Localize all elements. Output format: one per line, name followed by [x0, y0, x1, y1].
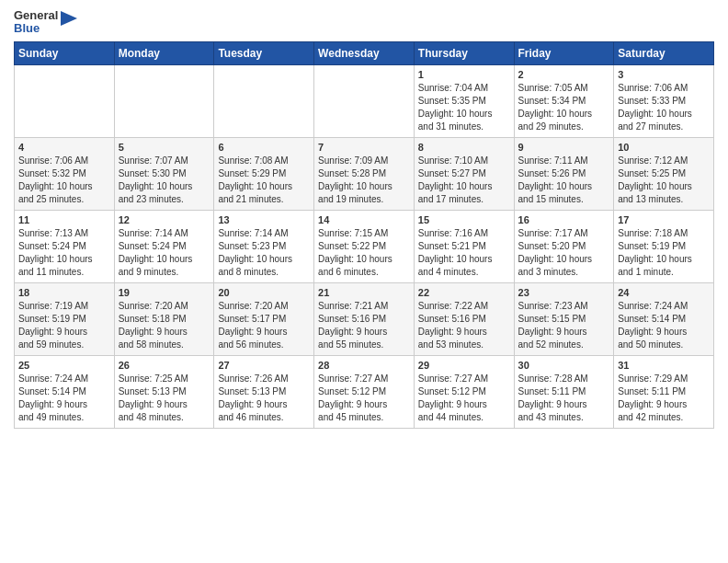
day-info: Sunrise: 7:10 AMSunset: 5:27 PMDaylight:… [418, 155, 510, 206]
calendar-cell: 21Sunrise: 7:21 AMSunset: 5:16 PMDayligh… [314, 282, 415, 355]
day-info: Sunrise: 7:19 AMSunset: 5:19 PMDaylight:… [18, 300, 110, 351]
day-info: Sunrise: 7:21 AMSunset: 5:16 PMDaylight:… [318, 300, 410, 351]
day-info: Sunrise: 7:05 AMSunset: 5:34 PMDaylight:… [518, 82, 610, 133]
svg-marker-0 [61, 11, 77, 26]
day-number: 13 [218, 214, 310, 225]
calendar-cell: 30Sunrise: 7:28 AMSunset: 5:11 PMDayligh… [514, 355, 614, 428]
day-info: Sunrise: 7:08 AMSunset: 5:29 PMDaylight:… [218, 155, 310, 206]
day-info: Sunrise: 7:13 AMSunset: 5:24 PMDaylight:… [18, 227, 110, 279]
calendar-cell: 14Sunrise: 7:15 AMSunset: 5:22 PMDayligh… [314, 210, 415, 282]
day-number: 26 [119, 360, 210, 371]
day-number: 30 [518, 360, 610, 371]
weekday-header-friday: Friday [514, 41, 614, 64]
day-number: 18 [18, 287, 110, 298]
day-info: Sunrise: 7:26 AMSunset: 5:13 PMDaylight:… [218, 373, 310, 424]
calendar-cell: 29Sunrise: 7:27 AMSunset: 5:12 PMDayligh… [414, 355, 514, 428]
logo: General Blue [14, 9, 77, 36]
day-number: 22 [418, 287, 510, 298]
calendar-cell: 5Sunrise: 7:07 AMSunset: 5:30 PMDaylight… [114, 137, 214, 210]
calendar-cell [114, 64, 214, 137]
calendar-cell: 28Sunrise: 7:27 AMSunset: 5:12 PMDayligh… [314, 355, 415, 428]
day-info: Sunrise: 7:17 AMSunset: 5:20 PMDaylight:… [518, 227, 610, 279]
day-info: Sunrise: 7:12 AMSunset: 5:25 PMDaylight:… [618, 155, 710, 206]
day-info: Sunrise: 7:14 AMSunset: 5:24 PMDaylight:… [119, 227, 210, 279]
day-number: 3 [618, 69, 710, 80]
day-number: 19 [119, 287, 210, 298]
weekday-header-thursday: Thursday [414, 41, 514, 64]
calendar-cell: 11Sunrise: 7:13 AMSunset: 5:24 PMDayligh… [15, 210, 115, 282]
calendar-week-row: 1Sunrise: 7:04 AMSunset: 5:35 PMDaylight… [15, 64, 714, 137]
calendar-cell: 12Sunrise: 7:14 AMSunset: 5:24 PMDayligh… [114, 210, 214, 282]
logo-general: General [14, 9, 58, 22]
calendar-cell: 6Sunrise: 7:08 AMSunset: 5:29 PMDaylight… [214, 137, 314, 210]
day-info: Sunrise: 7:23 AMSunset: 5:15 PMDaylight:… [518, 300, 610, 351]
calendar-cell: 13Sunrise: 7:14 AMSunset: 5:23 PMDayligh… [214, 210, 314, 282]
day-info: Sunrise: 7:27 AMSunset: 5:12 PMDaylight:… [418, 373, 510, 424]
day-info: Sunrise: 7:15 AMSunset: 5:22 PMDaylight:… [318, 227, 410, 279]
calendar-cell: 19Sunrise: 7:20 AMSunset: 5:18 PMDayligh… [114, 282, 214, 355]
page-container: General Blue SundayMondayTuesdayWednesda… [0, 0, 728, 438]
day-number: 21 [318, 287, 410, 298]
calendar-week-row: 25Sunrise: 7:24 AMSunset: 5:14 PMDayligh… [15, 355, 714, 428]
day-info: Sunrise: 7:04 AMSunset: 5:35 PMDaylight:… [418, 82, 510, 133]
calendar-cell: 24Sunrise: 7:24 AMSunset: 5:14 PMDayligh… [614, 282, 714, 355]
day-info: Sunrise: 7:25 AMSunset: 5:13 PMDaylight:… [119, 373, 210, 424]
calendar-table: SundayMondayTuesdayWednesdayThursdayFrid… [14, 41, 714, 429]
weekday-header-wednesday: Wednesday [314, 41, 415, 64]
calendar-cell [314, 64, 415, 137]
day-number: 31 [618, 360, 710, 371]
calendar-cell: 7Sunrise: 7:09 AMSunset: 5:28 PMDaylight… [314, 137, 415, 210]
weekday-header-tuesday: Tuesday [214, 41, 314, 64]
day-info: Sunrise: 7:14 AMSunset: 5:23 PMDaylight:… [218, 227, 310, 279]
day-number: 25 [18, 360, 110, 371]
day-number: 6 [218, 142, 310, 153]
day-info: Sunrise: 7:20 AMSunset: 5:18 PMDaylight:… [119, 300, 210, 351]
day-info: Sunrise: 7:24 AMSunset: 5:14 PMDaylight:… [18, 373, 110, 424]
day-number: 7 [318, 142, 410, 153]
calendar-cell: 1Sunrise: 7:04 AMSunset: 5:35 PMDaylight… [414, 64, 514, 137]
day-number: 14 [318, 214, 410, 225]
calendar-cell: 23Sunrise: 7:23 AMSunset: 5:15 PMDayligh… [514, 282, 614, 355]
day-info: Sunrise: 7:27 AMSunset: 5:12 PMDaylight:… [318, 373, 410, 424]
calendar-cell: 17Sunrise: 7:18 AMSunset: 5:19 PMDayligh… [614, 210, 714, 282]
day-number: 2 [518, 69, 610, 80]
day-number: 8 [418, 142, 510, 153]
calendar-cell: 9Sunrise: 7:11 AMSunset: 5:26 PMDaylight… [514, 137, 614, 210]
day-number: 4 [18, 142, 110, 153]
day-info: Sunrise: 7:22 AMSunset: 5:16 PMDaylight:… [418, 300, 510, 351]
calendar-cell: 18Sunrise: 7:19 AMSunset: 5:19 PMDayligh… [15, 282, 115, 355]
day-number: 16 [518, 214, 610, 225]
day-number: 12 [119, 214, 210, 225]
day-info: Sunrise: 7:07 AMSunset: 5:30 PMDaylight:… [119, 155, 210, 206]
day-info: Sunrise: 7:24 AMSunset: 5:14 PMDaylight:… [618, 300, 710, 351]
calendar-cell: 31Sunrise: 7:29 AMSunset: 5:11 PMDayligh… [614, 355, 714, 428]
day-info: Sunrise: 7:20 AMSunset: 5:17 PMDaylight:… [218, 300, 310, 351]
calendar-cell: 4Sunrise: 7:06 AMSunset: 5:32 PMDaylight… [15, 137, 115, 210]
day-number: 5 [119, 142, 210, 153]
day-number: 28 [318, 360, 410, 371]
day-info: Sunrise: 7:09 AMSunset: 5:28 PMDaylight:… [318, 155, 410, 206]
calendar-cell: 27Sunrise: 7:26 AMSunset: 5:13 PMDayligh… [214, 355, 314, 428]
day-info: Sunrise: 7:29 AMSunset: 5:11 PMDaylight:… [618, 373, 710, 424]
logo-blue: Blue [14, 22, 58, 35]
calendar-cell: 16Sunrise: 7:17 AMSunset: 5:20 PMDayligh… [514, 210, 614, 282]
day-info: Sunrise: 7:06 AMSunset: 5:32 PMDaylight:… [18, 155, 110, 206]
calendar-header-row: SundayMondayTuesdayWednesdayThursdayFrid… [15, 41, 714, 64]
logo-text: General Blue [14, 9, 58, 36]
day-number: 9 [518, 142, 610, 153]
day-number: 10 [618, 142, 710, 153]
calendar-cell: 2Sunrise: 7:05 AMSunset: 5:34 PMDaylight… [514, 64, 614, 137]
day-number: 20 [218, 287, 310, 298]
day-number: 11 [18, 214, 110, 225]
day-info: Sunrise: 7:06 AMSunset: 5:33 PMDaylight:… [618, 82, 710, 133]
calendar-week-row: 4Sunrise: 7:06 AMSunset: 5:32 PMDaylight… [15, 137, 714, 210]
calendar-cell: 15Sunrise: 7:16 AMSunset: 5:21 PMDayligh… [414, 210, 514, 282]
weekday-header-monday: Monday [114, 41, 214, 64]
day-number: 1 [418, 69, 510, 80]
day-info: Sunrise: 7:11 AMSunset: 5:26 PMDaylight:… [518, 155, 610, 206]
calendar-cell: 20Sunrise: 7:20 AMSunset: 5:17 PMDayligh… [214, 282, 314, 355]
page-header: General Blue [14, 9, 714, 36]
weekday-header-sunday: Sunday [15, 41, 115, 64]
day-info: Sunrise: 7:28 AMSunset: 5:11 PMDaylight:… [518, 373, 610, 424]
day-number: 15 [418, 214, 510, 225]
